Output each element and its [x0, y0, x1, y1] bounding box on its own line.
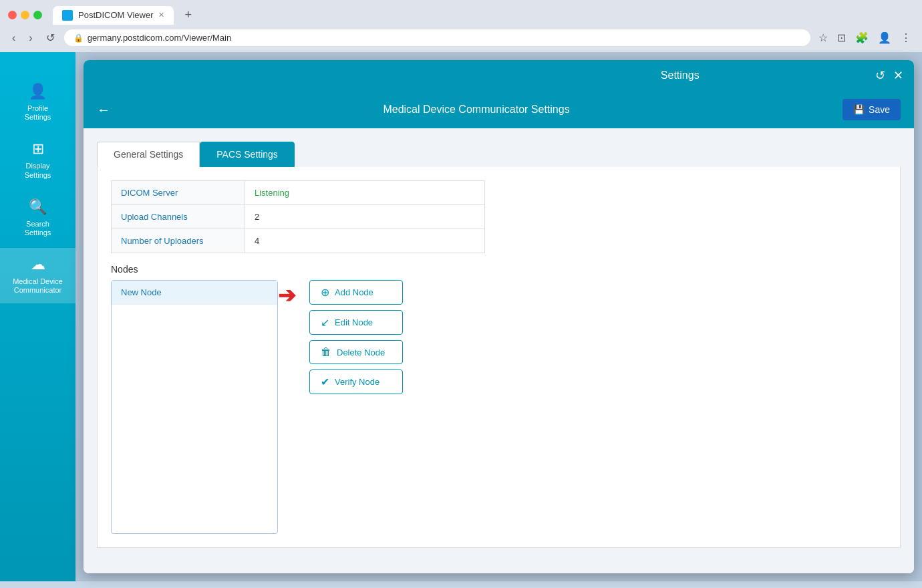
extensions-btn[interactable]: 🧩	[853, 29, 871, 47]
tab-pacs[interactable]: PACS Settings	[200, 142, 295, 167]
settings-body: General Settings PACS Settings DICOM Ser…	[84, 128, 914, 573]
menu-btn[interactable]: ⋮	[898, 29, 914, 47]
tab-general[interactable]: General Settings	[97, 142, 200, 167]
minimize-window-dot[interactable]	[21, 11, 29, 19]
close-window-dot[interactable]	[8, 11, 17, 19]
browser-titlebar: PostDICOM Viewer ✕ +	[0, 0, 922, 25]
browser-tab[interactable]: PostDICOM Viewer ✕	[53, 6, 174, 25]
delete-node-button[interactable]: 🗑 Delete Node	[309, 340, 403, 364]
profile-icon: 👤	[29, 83, 47, 100]
verify-node-label: Verify Node	[335, 377, 379, 387]
save-label: Save	[869, 104, 890, 115]
medical-icon: ☁	[31, 256, 45, 273]
back-nav-btn[interactable]: ‹	[8, 29, 19, 47]
settings-close-btn[interactable]: ✕	[893, 68, 903, 83]
sidebar-item-search[interactable]: 🔍 SearchSettings	[0, 190, 75, 245]
tab-favicon	[62, 10, 73, 21]
nodes-content: New Node ➔ ⊕	[111, 280, 887, 534]
edit-node-label: Edit Node	[335, 317, 373, 327]
save-icon: 💾	[853, 104, 865, 115]
main-content: Settings ↺ ✕ ← Medical Device Communicat…	[75, 52, 922, 581]
settings-header-actions: ↺ ✕	[875, 68, 903, 83]
lock-icon: 🔒	[73, 33, 84, 43]
forward-nav-btn[interactable]: ›	[25, 29, 36, 47]
cast-btn[interactable]: ⊡	[834, 29, 849, 47]
reload-nav-btn[interactable]: ↺	[42, 29, 59, 47]
maximize-window-dot[interactable]	[33, 11, 42, 19]
addressbar-row: ‹ › ↺ 🔒 germany.postdicom.com/Viewer/Mai…	[0, 25, 922, 52]
add-node-icon: ⊕	[321, 286, 329, 299]
tabs-container: General Settings PACS Settings	[97, 142, 901, 167]
tab-title: PostDICOM Viewer	[78, 10, 153, 20]
app-body: 👤 ProfileSettings ⊞ DisplaySettings 🔍 Se…	[0, 52, 922, 581]
new-tab-button[interactable]: +	[179, 5, 197, 25]
sidebar-label-medical: Medical DeviceCommunicator	[13, 277, 63, 295]
settings-modal: Settings ↺ ✕ ← Medical Device Communicat…	[84, 60, 914, 573]
settings-title: Settings	[485, 69, 876, 82]
nodes-section: Nodes New Node ➔	[111, 264, 887, 534]
sidebar: 👤 ProfileSettings ⊞ DisplaySettings 🔍 Se…	[0, 52, 75, 581]
display-icon: ⊞	[32, 140, 44, 158]
red-arrow-icon: ➔	[278, 283, 296, 308]
tab-close-btn[interactable]: ✕	[158, 11, 164, 19]
table-row-num-uploaders: Number of Uploaders 4	[112, 229, 484, 253]
edit-node-icon: ↙	[321, 316, 329, 329]
delete-node-icon: 🗑	[321, 346, 331, 358]
upload-channels-value: 2	[245, 205, 484, 229]
num-uploaders-label: Number of Uploaders	[112, 229, 245, 253]
dicom-server-value: Listening	[245, 181, 484, 204]
add-node-button[interactable]: ⊕ Add Node	[309, 280, 403, 305]
verify-node-icon: ✔	[321, 376, 329, 388]
profile-btn[interactable]: 👤	[875, 29, 894, 47]
settings-header: Settings ↺ ✕	[84, 60, 914, 91]
sidebar-label-search: SearchSettings	[25, 220, 51, 237]
upload-channels-label: Upload Channels	[112, 205, 245, 229]
nodes-label: Nodes	[111, 264, 887, 275]
nodes-list: New Node	[111, 280, 278, 534]
inner-title: Medical Device Communicator Settings	[121, 104, 832, 116]
delete-node-label: Delete Node	[337, 347, 385, 357]
edit-node-button[interactable]: ↙ Edit Node	[309, 310, 403, 335]
add-node-label: Add Node	[335, 287, 373, 297]
table-row-dicom: DICOM Server Listening	[112, 181, 484, 205]
bookmark-btn[interactable]: ☆	[816, 29, 830, 47]
save-button[interactable]: 💾 Save	[842, 99, 901, 120]
num-uploaders-value: 4	[245, 229, 484, 253]
settings-refresh-btn[interactable]: ↺	[875, 68, 885, 83]
verify-node-button[interactable]: ✔ Verify Node	[309, 370, 403, 394]
sidebar-item-medical[interactable]: ☁ Medical DeviceCommunicator	[0, 248, 75, 303]
url-text: germany.postdicom.com/Viewer/Main	[88, 33, 801, 43]
sidebar-label-display: DisplaySettings	[25, 162, 51, 179]
browser-chrome: PostDICOM Viewer ✕ + ‹ › ↺ 🔒 germany.pos…	[0, 0, 922, 52]
table-row-upload-channels: Upload Channels 2	[112, 205, 484, 229]
window-controls	[8, 11, 42, 19]
sidebar-label-profile: ProfileSettings	[25, 104, 51, 122]
browser-actions: ☆ ⊡ 🧩 👤 ⋮	[816, 29, 914, 47]
sidebar-item-display[interactable]: ⊞ DisplaySettings	[0, 132, 75, 187]
nodes-actions: ⊕ Add Node ↙ Edit Node 🗑	[299, 280, 414, 394]
addressbar[interactable]: 🔒 germany.postdicom.com/Viewer/Main	[64, 29, 810, 46]
sidebar-item-profile[interactable]: 👤 ProfileSettings	[0, 75, 75, 130]
node-item-new-node[interactable]: New Node	[112, 281, 277, 305]
inner-header: ← Medical Device Communicator Settings 💾…	[84, 91, 914, 128]
settings-table: DICOM Server Listening Upload Channels 2…	[111, 180, 485, 253]
dicom-server-label: DICOM Server	[112, 181, 245, 204]
back-button[interactable]: ←	[97, 102, 110, 118]
search-icon: 🔍	[29, 198, 47, 216]
